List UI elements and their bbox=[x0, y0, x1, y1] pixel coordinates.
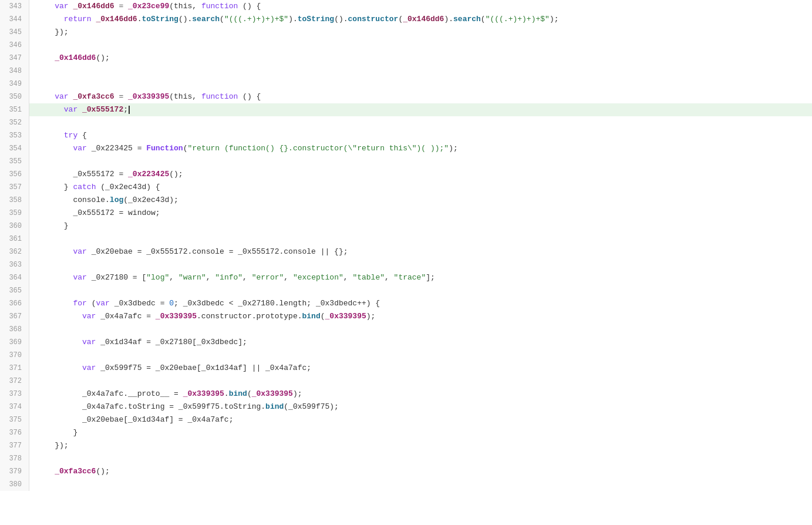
line-number-345: 345 bbox=[0, 26, 29, 39]
code-line-379: 379 _0xfa3cc6(); bbox=[0, 465, 812, 478]
line-content-367: var _0x4a7afc = _0x339395.constructor.pr… bbox=[29, 310, 812, 323]
code-line-371: 371 var _0x599f75 = _0x20ebae[_0x1d34af]… bbox=[0, 362, 812, 375]
code-line-369: 369 var _0x1d34af = _0x27180[_0x3dbedc]; bbox=[0, 336, 812, 349]
code-line-351: 351 var _0x555172; bbox=[0, 103, 812, 116]
line-content-349 bbox=[29, 78, 812, 90]
line-number-370: 370 bbox=[0, 349, 29, 362]
code-line-347: 347 _0x146dd6(); bbox=[0, 52, 812, 65]
line-content-378 bbox=[29, 452, 812, 465]
line-content-370 bbox=[29, 349, 812, 362]
line-number-380: 380 bbox=[0, 478, 29, 491]
code-line-358: 358 console.log(_0x2ec43d); bbox=[0, 194, 812, 207]
line-content-362: var _0x20ebae = _0x555172.console = _0x5… bbox=[29, 245, 812, 258]
code-line-352: 352 bbox=[0, 116, 812, 129]
line-content-355 bbox=[29, 155, 812, 168]
line-content-361 bbox=[29, 233, 812, 245]
line-content-346 bbox=[29, 39, 812, 52]
line-content-372 bbox=[29, 375, 812, 388]
line-number-366: 366 bbox=[0, 297, 29, 310]
line-number-355: 355 bbox=[0, 155, 29, 168]
code-line-375: 375 _0x20ebae[_0x1d34af] = _0x4a7afc; bbox=[0, 413, 812, 426]
line-number-376: 376 bbox=[0, 426, 29, 439]
code-line-349: 349 bbox=[0, 78, 812, 90]
code-line-350: 350 var _0xfa3cc6 = _0x339395(this, func… bbox=[0, 90, 812, 103]
line-number-351: 351 bbox=[0, 103, 29, 116]
line-number-374: 374 bbox=[0, 401, 29, 413]
line-number-367: 367 bbox=[0, 310, 29, 323]
line-number-371: 371 bbox=[0, 362, 29, 375]
line-number-368: 368 bbox=[0, 323, 29, 336]
line-number-372: 372 bbox=[0, 375, 29, 388]
code-line-346: 346 bbox=[0, 39, 812, 52]
line-number-357: 357 bbox=[0, 181, 29, 194]
code-line-372: 372 bbox=[0, 375, 812, 388]
line-content-353: try { bbox=[29, 129, 812, 142]
line-content-376: } bbox=[29, 426, 812, 439]
code-line-360: 360 } bbox=[0, 220, 812, 233]
line-number-343: 343 bbox=[0, 0, 29, 13]
code-line-362: 362 var _0x20ebae = _0x555172.console = … bbox=[0, 245, 812, 258]
code-line-355: 355 bbox=[0, 155, 812, 168]
line-content-343: var _0x146dd6 = _0x23ce99(this, function… bbox=[29, 0, 812, 13]
code-line-377: 377 }); bbox=[0, 439, 812, 452]
line-number-363: 363 bbox=[0, 258, 29, 271]
line-content-374: _0x4a7afc.toString = _0x599f75.toString.… bbox=[29, 401, 812, 413]
line-number-365: 365 bbox=[0, 284, 29, 297]
code-line-368: 368 bbox=[0, 323, 812, 336]
line-content-345: }); bbox=[29, 26, 812, 39]
line-content-347: _0x146dd6(); bbox=[29, 52, 812, 65]
line-content-375: _0x20ebae[_0x1d34af] = _0x4a7afc; bbox=[29, 413, 812, 426]
line-content-363 bbox=[29, 258, 812, 271]
line-number-344: 344 bbox=[0, 13, 29, 26]
line-content-350: var _0xfa3cc6 = _0x339395(this, function… bbox=[29, 90, 812, 103]
line-number-361: 361 bbox=[0, 233, 29, 245]
line-content-356: _0x555172 = _0x223425(); bbox=[29, 168, 812, 181]
line-content-366: for (var _0x3dbedc = 0; _0x3dbedc < _0x2… bbox=[29, 297, 812, 310]
line-content-379: _0xfa3cc6(); bbox=[29, 465, 812, 478]
line-content-371: var _0x599f75 = _0x20ebae[_0x1d34af] || … bbox=[29, 362, 812, 375]
line-number-348: 348 bbox=[0, 65, 29, 78]
code-line-365: 365 bbox=[0, 284, 812, 297]
line-number-369: 369 bbox=[0, 336, 29, 349]
line-content-351: var _0x555172; bbox=[29, 103, 812, 116]
line-content-360: } bbox=[29, 220, 812, 233]
code-line-370: 370 bbox=[0, 349, 812, 362]
line-number-373: 373 bbox=[0, 388, 29, 401]
code-line-378: 378 bbox=[0, 452, 812, 465]
code-line-363: 363 bbox=[0, 258, 812, 271]
line-number-347: 347 bbox=[0, 52, 29, 65]
line-number-360: 360 bbox=[0, 220, 29, 233]
line-content-368 bbox=[29, 323, 812, 336]
line-content-344: return _0x146dd6.toString().search("(((.… bbox=[29, 13, 812, 26]
line-number-358: 358 bbox=[0, 194, 29, 207]
line-content-373: _0x4a7afc.__proto__ = _0x339395.bind(_0x… bbox=[29, 388, 812, 401]
line-number-346: 346 bbox=[0, 39, 29, 52]
line-content-359: _0x555172 = window; bbox=[29, 207, 812, 220]
line-content-377: }); bbox=[29, 439, 812, 452]
line-number-379: 379 bbox=[0, 465, 29, 478]
line-number-378: 378 bbox=[0, 452, 29, 465]
line-number-377: 377 bbox=[0, 439, 29, 452]
code-line-348: 348 bbox=[0, 65, 812, 78]
code-line-356: 356 _0x555172 = _0x223425(); bbox=[0, 168, 812, 181]
code-editor[interactable]: 343 var _0x146dd6 = _0x23ce99(this, func… bbox=[0, 0, 812, 525]
line-number-356: 356 bbox=[0, 168, 29, 181]
line-content-358: console.log(_0x2ec43d); bbox=[29, 194, 812, 207]
line-content-369: var _0x1d34af = _0x27180[_0x3dbedc]; bbox=[29, 336, 812, 349]
line-number-359: 359 bbox=[0, 207, 29, 220]
code-line-367: 367 var _0x4a7afc = _0x339395.constructo… bbox=[0, 310, 812, 323]
code-line-361: 361 bbox=[0, 233, 812, 245]
code-line-345: 345 }); bbox=[0, 26, 812, 39]
line-content-352 bbox=[29, 116, 812, 129]
code-line-343: 343 var _0x146dd6 = _0x23ce99(this, func… bbox=[0, 0, 812, 13]
line-number-364: 364 bbox=[0, 271, 29, 284]
line-number-350: 350 bbox=[0, 90, 29, 103]
line-content-365 bbox=[29, 284, 812, 297]
line-number-354: 354 bbox=[0, 142, 29, 155]
line-number-352: 352 bbox=[0, 116, 29, 129]
line-content-380 bbox=[29, 478, 812, 491]
code-line-374: 374 _0x4a7afc.toString = _0x599f75.toStr… bbox=[0, 401, 812, 413]
line-number-375: 375 bbox=[0, 413, 29, 426]
code-line-354: 354 var _0x223425 = Function("return (fu… bbox=[0, 142, 812, 155]
code-line-366: 366 for (var _0x3dbedc = 0; _0x3dbedc < … bbox=[0, 297, 812, 310]
